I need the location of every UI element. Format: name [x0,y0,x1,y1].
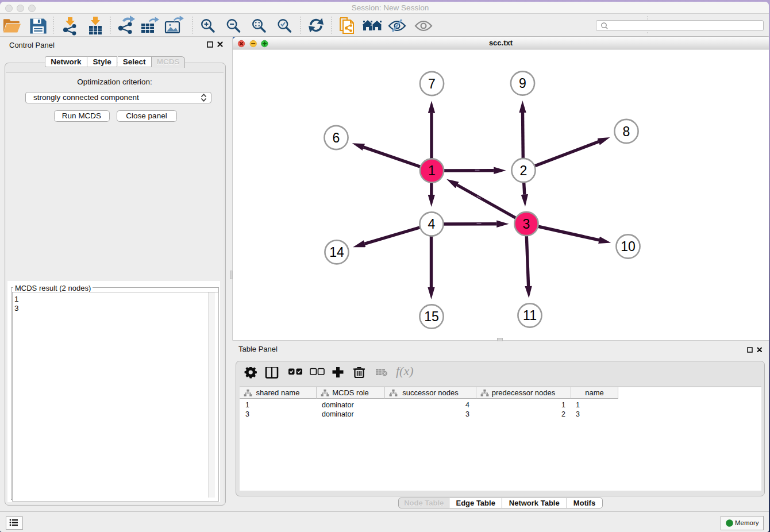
svg-text:2: 2 [519,163,527,178]
svg-text:6: 6 [332,130,340,145]
svg-text:3: 3 [522,217,530,232]
svg-text:11: 11 [523,308,537,323]
svg-text:4: 4 [428,217,435,232]
svg-text:10: 10 [621,239,636,254]
svg-text:15: 15 [424,309,439,324]
svg-text:14: 14 [329,245,344,260]
svg-text:8: 8 [622,124,630,139]
svg-text:9: 9 [519,76,526,91]
svg-text:7: 7 [428,76,436,91]
svg-text:f(x): f(x) [396,367,414,378]
svg-text:1: 1 [428,163,436,178]
